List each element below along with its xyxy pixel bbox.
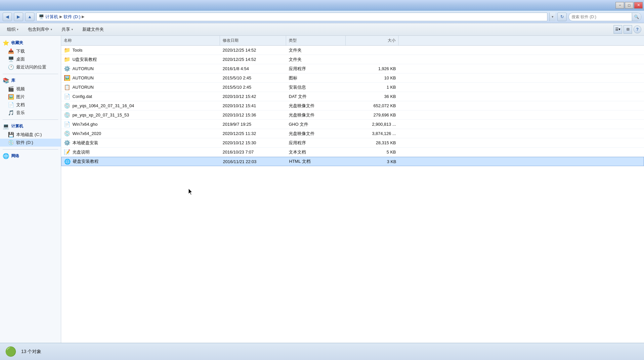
downloads-icon: 📥 — [8, 48, 14, 54]
table-row[interactable]: 📁 U盘安装教程 2020/12/25 14:52 文件夹 — [61, 55, 644, 64]
doc-label: 文档 — [16, 102, 25, 108]
maximize-button[interactable]: □ — [625, 2, 633, 9]
table-row[interactable]: 💿 Win7x64_2020 2020/12/25 11:32 光盘映像文件 3… — [61, 129, 644, 138]
sidebar-item-local-c[interactable]: 💾 本地磁盘 (C:) — [0, 131, 61, 139]
share-button[interactable]: 共享 ▾ — [57, 24, 77, 34]
network-label: 网络 — [11, 153, 19, 159]
breadcrumb-computer-icon: 🖥️ — [39, 14, 44, 19]
col-header-date[interactable]: 修改日期 — [220, 36, 286, 45]
file-type-cell: 安装信息 — [286, 83, 346, 92]
search-bar: 🔍 — [569, 13, 641, 21]
file-icon: 💿 — [64, 103, 70, 109]
minimize-button[interactable]: － — [616, 2, 624, 9]
breadcrumb-drive[interactable]: 软件 (D:) — [64, 14, 80, 20]
up-button[interactable]: ▲ — [25, 13, 34, 21]
file-size-cell — [346, 55, 399, 64]
file-name-cell: ⚙️ 本地硬盘安装 — [61, 138, 220, 147]
file-icon: ⚙️ — [64, 140, 70, 146]
refresh-button[interactable]: ↻ — [557, 13, 567, 21]
table-row[interactable]: 💿 pe_yqs_xp_20_07_31_15_53 2020/10/12 15… — [61, 111, 644, 120]
sidebar-item-recent[interactable]: 🕐 最近访问的位置 — [0, 63, 61, 71]
include-library-button[interactable]: 包含到库中 ▾ — [23, 24, 57, 34]
sidebar-item-doc[interactable]: 📄 文档 — [0, 101, 61, 109]
file-type-cell: 文件夹 — [286, 46, 346, 55]
table-row[interactable]: 📄 Config.dat 2020/10/12 15:42 DAT 文件 36 … — [61, 92, 644, 101]
include-arrow: ▾ — [51, 28, 52, 31]
forward-button[interactable]: ▶ — [14, 13, 23, 21]
organize-label: 组织 — [7, 26, 16, 32]
table-row[interactable]: 📝 光盘说明 2016/10/23 7:07 文本文档 5 KB — [61, 148, 644, 157]
file-date-cell: 2020/12/25 14:52 — [220, 46, 286, 55]
back-button[interactable]: ◀ — [3, 13, 12, 21]
file-name-cell: 📄 Config.dat — [61, 92, 220, 101]
table-row[interactable]: 🌐 硬盘安装教程 2016/11/21 22:03 HTML 文档 3 KB — [61, 157, 644, 166]
file-list-header: 名称 修改日期 类型 大小 — [61, 36, 644, 46]
favorites-header[interactable]: ⭐ 收藏夹 — [0, 38, 61, 47]
view-options-button[interactable]: ☰▾ — [614, 25, 622, 34]
organize-arrow: ▾ — [17, 28, 19, 31]
computer-section: 💻 计算机 💾 本地磁盘 (C:) 💿 软件 (D:) — [0, 122, 61, 147]
file-name: AUTORUN — [72, 66, 94, 71]
library-header[interactable]: 📚 库 — [0, 76, 61, 85]
file-icon: 💿 — [64, 112, 70, 118]
toolbar: 组织 ▾ 包含到库中 ▾ 共享 ▾ 新建文件夹 ☰▾ ⊟ ? — [0, 23, 644, 36]
file-icon: 📄 — [64, 121, 70, 127]
table-row[interactable]: 📁 Tools 2020/12/25 14:52 文件夹 — [61, 46, 644, 55]
file-name: Tools — [72, 48, 82, 53]
file-list-pane: 名称 修改日期 类型 大小 📁 Tools 2020/12/25 14:52 文… — [61, 36, 644, 343]
music-label: 音乐 — [16, 110, 25, 116]
breadcrumb-dropdown[interactable]: ▾ — [549, 13, 555, 21]
file-name: Win7x64.gho — [72, 122, 98, 127]
file-date-cell: 2020/10/12 15:42 — [220, 92, 286, 101]
computer-header[interactable]: 💻 计算机 — [0, 122, 61, 131]
file-size-cell: 10 KB — [346, 73, 399, 82]
col-header-name[interactable]: 名称 — [61, 36, 220, 45]
favorites-icon: ⭐ — [3, 40, 9, 46]
file-name: pe_yqs_xp_20_07_31_15_53 — [72, 112, 129, 117]
sidebar-item-software-d[interactable]: 💿 软件 (D:) — [0, 139, 61, 147]
file-icon: 📝 — [64, 149, 70, 155]
table-row[interactable]: 📄 Win7x64.gho 2019/9/7 19:25 GHO 文件 2,90… — [61, 120, 644, 129]
organize-button[interactable]: 组织 ▾ — [3, 24, 23, 34]
computer-label: 计算机 — [11, 123, 23, 129]
sidebar-item-desktop[interactable]: 🖥️ 桌面 — [0, 55, 61, 63]
help-button[interactable]: ? — [633, 25, 641, 33]
table-row[interactable]: ⚙️ 本地硬盘安装 2020/10/12 15:30 应用程序 28,315 K… — [61, 138, 644, 148]
file-name-cell: 💿 pe_yqs_xp_20_07_31_15_53 — [61, 111, 220, 119]
sidebar-item-downloads[interactable]: 📥 下载 — [0, 47, 61, 55]
file-name-cell: 💿 Win7x64_2020 — [61, 129, 220, 138]
statusbar: 🟢 13 个对象 — [0, 343, 644, 360]
favorites-section: ⭐ 收藏夹 📥 下载 🖥️ 桌面 🕐 最近访问的位置 — [0, 38, 61, 71]
network-header[interactable]: 🌐 网络 — [0, 152, 61, 160]
picture-label: 图片 — [16, 94, 25, 100]
file-date-cell: 2015/5/10 2:45 — [220, 83, 286, 92]
file-date-cell: 2020/10/12 15:30 — [220, 138, 286, 147]
table-row[interactable]: ⚙️ AUTORUN 2016/1/8 4:54 应用程序 1,926 KB — [61, 64, 644, 73]
preview-pane-button[interactable]: ⊟ — [623, 25, 632, 34]
file-type-cell: 光盘映像文件 — [286, 129, 346, 138]
file-type-cell: 光盘映像文件 — [286, 111, 346, 119]
table-row[interactable]: 📋 AUTORUN 2015/5/10 2:45 安装信息 1 KB — [61, 83, 644, 92]
file-type-cell: DAT 文件 — [286, 92, 346, 101]
file-name-cell: ⚙️ AUTORUN — [61, 64, 220, 73]
file-icon: 🌐 — [64, 158, 71, 165]
table-row[interactable]: 🖼️ AUTORUN 2015/5/10 2:45 图标 10 KB — [61, 73, 644, 83]
breadcrumb-computer[interactable]: 计算机 — [45, 14, 58, 20]
col-header-size[interactable]: 大小 — [346, 36, 399, 45]
sidebar-item-picture[interactable]: 🖼️ 图片 — [0, 93, 61, 101]
table-row[interactable]: 💿 pe_yqs_1064_20_07_31_16_04 2020/10/12 … — [61, 101, 644, 111]
sidebar-item-music[interactable]: 🎵 音乐 — [0, 109, 61, 117]
titlebar: － □ ✕ — [0, 0, 644, 11]
library-icon: 📚 — [3, 77, 9, 84]
col-header-type[interactable]: 类型 — [286, 36, 346, 45]
addressbar: ◀ ▶ ▲ 🖥️ 计算机 ▶ 软件 (D:) ▶ ▾ ↻ 🔍 — [0, 11, 644, 23]
search-icon[interactable]: 🔍 — [632, 13, 641, 21]
file-size-cell: 3 KB — [346, 157, 399, 166]
file-name-cell: 📝 光盘说明 — [61, 148, 220, 157]
file-size-cell: 36 KB — [346, 92, 399, 101]
close-button[interactable]: ✕ — [634, 2, 643, 9]
new-folder-button[interactable]: 新建文件夹 — [78, 24, 108, 34]
sidebar-item-video[interactable]: 🎬 视频 — [0, 85, 61, 93]
search-input[interactable] — [569, 15, 632, 19]
file-name: U盘安装教程 — [72, 57, 97, 63]
